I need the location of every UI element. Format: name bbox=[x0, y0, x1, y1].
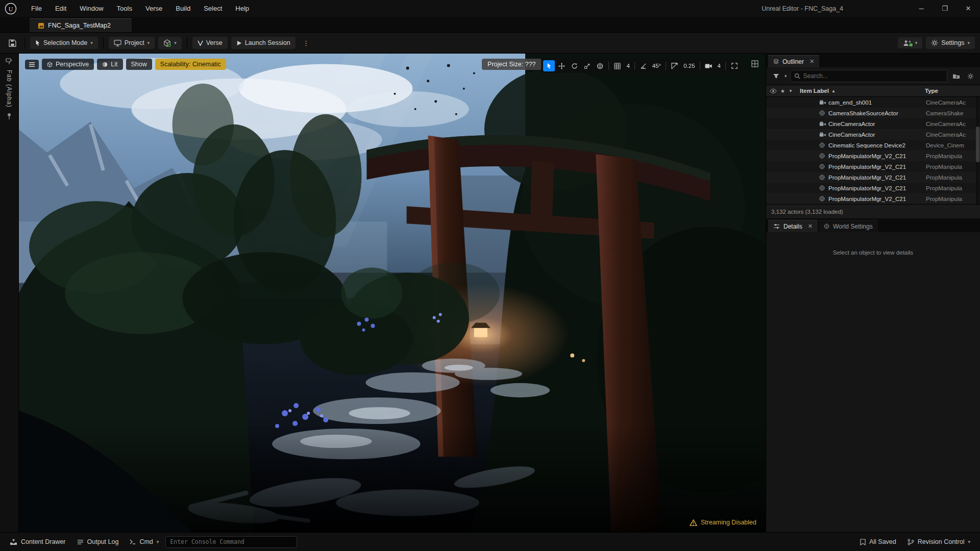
close-icon[interactable]: ✕ bbox=[810, 58, 814, 65]
menu-file[interactable]: File bbox=[24, 0, 48, 17]
outliner-row[interactable]: PropManipulatorMgr_V2_C21PropManipula bbox=[766, 193, 980, 204]
world-space-icon[interactable] bbox=[594, 60, 606, 71]
viewport-options-icon[interactable] bbox=[25, 60, 39, 69]
unreal-logo-icon[interactable]: U bbox=[4, 2, 17, 15]
close-button[interactable]: ✕ bbox=[957, 0, 980, 17]
scale-tool-icon[interactable] bbox=[581, 60, 593, 71]
minimize-button[interactable]: ─ bbox=[910, 0, 933, 17]
save-icon[interactable] bbox=[5, 36, 19, 50]
outliner-row[interactable]: CameraShakeSourceActorCameraShake bbox=[766, 108, 980, 118]
move-tool-icon[interactable] bbox=[556, 60, 568, 71]
menu-verse[interactable]: Verse bbox=[139, 0, 169, 17]
maximize-button[interactable]: ❐ bbox=[933, 0, 957, 17]
filter-icon[interactable] bbox=[770, 70, 781, 82]
launch-session-label: Launch Session bbox=[245, 39, 290, 46]
outliner-row[interactable]: PropManipulatorMgr_V2_C21PropManipula bbox=[766, 183, 980, 193]
outliner-row[interactable]: Cinematic Sequence Device2Device_Cinem bbox=[766, 140, 980, 151]
new-folder-icon[interactable] bbox=[950, 70, 962, 82]
show-dropdown[interactable]: Show bbox=[126, 59, 152, 70]
outliner-row[interactable]: PropManipulatorMgr_V2_C21PropManipula bbox=[766, 172, 980, 183]
place-actors-icon[interactable] bbox=[6, 58, 13, 65]
content-drawer-button[interactable]: Content Drawer bbox=[5, 535, 70, 548]
menu-build[interactable]: Build bbox=[169, 0, 197, 17]
pin-icon[interactable] bbox=[7, 113, 12, 120]
row-type: PropManipula bbox=[926, 153, 980, 159]
rotate-tool-icon[interactable] bbox=[569, 60, 580, 71]
viewport-layout-icon[interactable] bbox=[751, 60, 758, 67]
project-size-badge[interactable]: Project Size: ??? bbox=[482, 59, 542, 70]
project-dropdown[interactable]: Project ▾ bbox=[109, 37, 155, 49]
world-settings-tab-label: World Settings bbox=[833, 223, 873, 230]
settings-dropdown[interactable]: Settings ▾ bbox=[926, 37, 975, 49]
menu-select[interactable]: Select bbox=[197, 0, 229, 17]
maximize-viewport-icon[interactable] bbox=[728, 60, 740, 71]
scale-snap-value[interactable]: 0.25 bbox=[681, 63, 697, 69]
selection-mode-dropdown[interactable]: Selection Mode ▾ bbox=[30, 37, 98, 49]
select-tool-icon[interactable] bbox=[543, 60, 555, 71]
cmd-dropdown[interactable]: Cmd ▾ bbox=[125, 535, 163, 548]
more-options-icon[interactable]: ⋮ bbox=[299, 36, 313, 50]
outliner-scrollbar[interactable] bbox=[976, 97, 979, 204]
scale-snap-icon[interactable] bbox=[669, 60, 680, 71]
output-log-button[interactable]: Output Log bbox=[72, 535, 124, 548]
menu-edit[interactable]: Edit bbox=[48, 0, 73, 17]
asset-tabbar: FNC_Saga_TestMap2 bbox=[0, 17, 980, 32]
visibility-column-icon[interactable] bbox=[770, 89, 777, 93]
map-tab[interactable]: FNC_Saga_TestMap2 bbox=[30, 18, 132, 32]
perspective-label: Perspective bbox=[56, 61, 89, 68]
outliner-header: ★ ▼ Item Label ▲ Type bbox=[766, 85, 980, 97]
outliner-row[interactable]: CineCameraActorCineCameraAc bbox=[766, 129, 980, 140]
chevron-down-icon: ▾ bbox=[968, 539, 970, 544]
rotation-snap-value[interactable]: 45° bbox=[650, 63, 663, 69]
item-label-column[interactable]: Item Label bbox=[800, 88, 829, 94]
menu-help[interactable]: Help bbox=[229, 0, 256, 17]
grid-snap-icon[interactable] bbox=[611, 60, 623, 71]
cube-plus-icon bbox=[163, 39, 171, 47]
show-label: Show bbox=[131, 61, 147, 68]
collaborate-dropdown[interactable]: ▾ bbox=[898, 37, 923, 48]
menu-tools[interactable]: Tools bbox=[110, 0, 139, 17]
row-type: CineCameraAc bbox=[926, 121, 980, 127]
details-tab-label: Details bbox=[783, 223, 802, 230]
console-command-input[interactable] bbox=[165, 536, 297, 548]
level-viewport[interactable]: Perspective Lit Show Scalability: Cinema… bbox=[19, 54, 766, 532]
all-saved-button[interactable]: All Saved bbox=[855, 535, 901, 548]
scrollbar-thumb[interactable] bbox=[976, 127, 979, 162]
tab-details[interactable]: Details ✕ bbox=[768, 220, 818, 232]
main-toolbar: Selection Mode ▾ Project ▾ ▾ Verse Launc… bbox=[0, 32, 980, 54]
launch-session-button[interactable]: Launch Session bbox=[231, 37, 296, 49]
details-panel: Select an object to view details bbox=[766, 232, 980, 532]
outliner-row[interactable]: cam_end_sh001CineCameraAc bbox=[766, 97, 980, 108]
outliner-row[interactable]: PropManipulatorMgr_V2_C21PropManipula bbox=[766, 161, 980, 172]
outliner-row[interactable]: PropManipulatorMgr_V2_C21PropManipula bbox=[766, 151, 980, 161]
verse-button[interactable]: Verse bbox=[192, 37, 228, 49]
camera-icon bbox=[819, 100, 828, 105]
chevron-down-icon: ▾ bbox=[785, 73, 787, 79]
close-icon[interactable]: ✕ bbox=[808, 223, 813, 230]
camera-icon bbox=[819, 132, 828, 137]
streaming-warning: Streaming Disabled bbox=[690, 519, 756, 526]
camera-speed-icon[interactable] bbox=[703, 60, 715, 71]
perspective-dropdown[interactable]: Perspective bbox=[42, 59, 94, 70]
tab-outliner[interactable]: Outliner ✕ bbox=[768, 55, 819, 67]
grid-snap-value[interactable]: 4 bbox=[624, 63, 631, 69]
camera-speed-value[interactable]: 4 bbox=[716, 63, 723, 69]
add-content-dropdown[interactable]: ▾ bbox=[158, 37, 182, 49]
outliner-settings-icon[interactable] bbox=[965, 70, 976, 82]
lit-dropdown[interactable]: Lit bbox=[97, 59, 122, 70]
type-column[interactable]: Type bbox=[925, 88, 980, 94]
outliner-row[interactable]: CineCameraActorCineCameraAc bbox=[766, 118, 980, 129]
pin-column-icon[interactable]: ▼ bbox=[789, 89, 793, 93]
tab-world-settings[interactable]: World Settings bbox=[819, 220, 878, 232]
rotation-snap-icon[interactable] bbox=[638, 60, 649, 71]
scalability-badge[interactable]: Scalability: Cinematic bbox=[155, 59, 226, 70]
revision-control-button[interactable]: Revision Control ▾ bbox=[903, 535, 975, 548]
fab-panel-tab[interactable]: Fab (Alpha) bbox=[6, 70, 13, 108]
selection-mode-label: Selection Mode bbox=[43, 39, 87, 46]
outliner-search-input[interactable] bbox=[803, 72, 943, 80]
favorite-column-icon[interactable]: ★ bbox=[780, 88, 785, 94]
menu-window[interactable]: Window bbox=[73, 0, 110, 17]
menu-bar: FileEditWindowToolsVerseBuildSelectHelp bbox=[24, 0, 256, 17]
window-title: Unreal Editor - FNC_Saga_4 bbox=[762, 5, 843, 12]
outliner-search[interactable] bbox=[790, 70, 947, 82]
